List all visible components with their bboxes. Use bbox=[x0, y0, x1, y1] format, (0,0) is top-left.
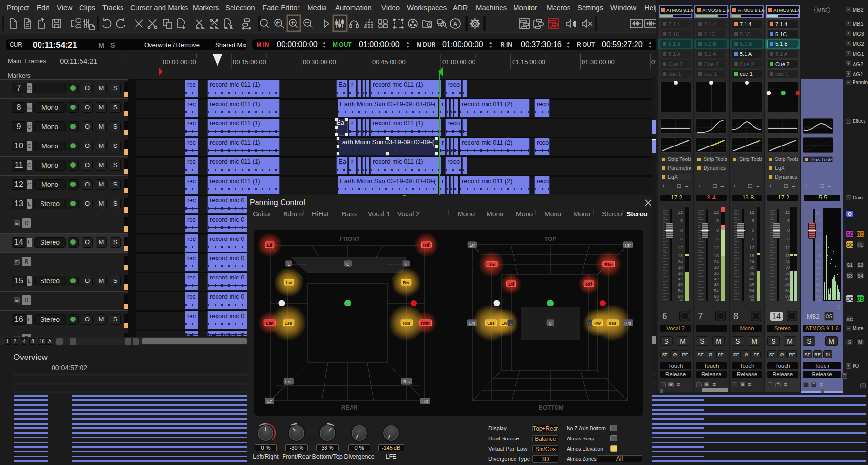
svg-text:A: A bbox=[453, 21, 458, 27]
